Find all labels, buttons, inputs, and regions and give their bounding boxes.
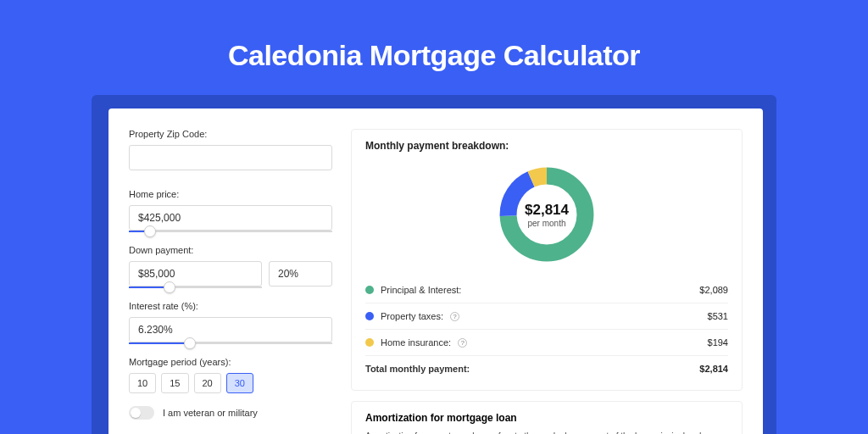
amortization-title: Amortization for mortgage loan <box>365 412 728 424</box>
legend-dot <box>365 312 374 320</box>
slider-fill <box>129 342 190 344</box>
veteran-toggle[interactable] <box>129 406 154 420</box>
legend-label: Home insurance: <box>381 337 451 348</box>
period-button-15[interactable]: 15 <box>161 373 188 393</box>
legend-dot <box>365 338 374 347</box>
period-button-row: 10152030 <box>129 373 337 393</box>
donut-center: $2,814 per month <box>496 164 598 265</box>
rate-slider[interactable] <box>129 342 332 344</box>
legend-row: Home insurance:?$194 <box>365 329 728 355</box>
calculator-card: Property Zip Code: Home price: Down paym… <box>108 108 763 434</box>
legend-value: $2,089 <box>699 285 728 295</box>
legend-dot <box>365 286 374 294</box>
donut-amount: $2,814 <box>525 202 569 219</box>
period-button-10[interactable]: 10 <box>129 373 156 393</box>
legend-value: $194 <box>708 337 728 348</box>
slider-thumb[interactable] <box>164 281 175 293</box>
down-payment-label: Down payment: <box>129 245 337 255</box>
down-payment-pct-input[interactable] <box>269 261 332 287</box>
donut-per-month: per month <box>527 219 565 228</box>
breakdown-title: Monthly payment breakdown: <box>365 140 728 152</box>
donut-wrap: $2,814 per month <box>365 159 728 277</box>
rate-input[interactable] <box>129 317 332 342</box>
legend-row: Property taxes:?$531 <box>365 303 728 329</box>
zip-label: Property Zip Code: <box>129 129 337 139</box>
period-label: Mortgage period (years): <box>129 357 337 367</box>
home-price-input[interactable] <box>129 205 332 231</box>
down-payment-group: Down payment: <box>129 245 337 288</box>
down-payment-input[interactable] <box>129 261 262 287</box>
zip-input[interactable] <box>129 145 332 170</box>
total-label: Total monthly payment: <box>365 364 470 374</box>
home-price-slider[interactable] <box>129 231 332 232</box>
amortization-panel: Amortization for mortgage loan Amortizat… <box>351 401 743 434</box>
rate-label: Interest rate (%): <box>129 301 337 311</box>
zip-field-group: Property Zip Code: <box>129 129 337 170</box>
home-price-group: Home price: <box>129 189 337 232</box>
results-column: Monthly payment breakdown: $2,814 per mo… <box>337 108 763 434</box>
legend-label: Property taxes: <box>381 311 443 321</box>
legend-label: Principal & Interest: <box>381 285 461 295</box>
hero: Caledonia Mortgage Calculator <box>0 0 868 110</box>
legend-row: Principal & Interest:$2,089 <box>365 277 728 303</box>
legend-value: $531 <box>708 311 728 321</box>
rate-group: Interest rate (%): <box>129 301 337 344</box>
toggle-knob <box>131 408 141 418</box>
period-group: Mortgage period (years): 10152030 <box>129 357 337 393</box>
info-icon[interactable]: ? <box>450 312 459 321</box>
amortization-text: Amortization for a mortgage loan refers … <box>365 431 728 434</box>
slider-thumb[interactable] <box>144 225 156 237</box>
donut-chart: $2,814 per month <box>496 164 598 265</box>
home-price-label: Home price: <box>129 189 337 199</box>
period-button-20[interactable]: 20 <box>194 373 221 393</box>
total-value: $2,814 <box>699 364 728 374</box>
breakdown-panel: Monthly payment breakdown: $2,814 per mo… <box>351 129 743 391</box>
info-icon[interactable]: ? <box>458 338 467 348</box>
legend-list: Principal & Interest:$2,089Property taxe… <box>365 277 728 355</box>
slider-thumb[interactable] <box>184 337 196 349</box>
page-title: Caledonia Mortgage Calculator <box>228 39 640 72</box>
veteran-toggle-row: I am veteran or military <box>129 406 337 420</box>
down-payment-slider[interactable] <box>129 287 262 288</box>
period-button-30[interactable]: 30 <box>226 373 253 393</box>
form-column: Property Zip Code: Home price: Down paym… <box>108 108 337 434</box>
veteran-label: I am veteran or military <box>163 408 258 418</box>
legend-total-row: Total monthly payment: $2,814 <box>365 355 728 381</box>
